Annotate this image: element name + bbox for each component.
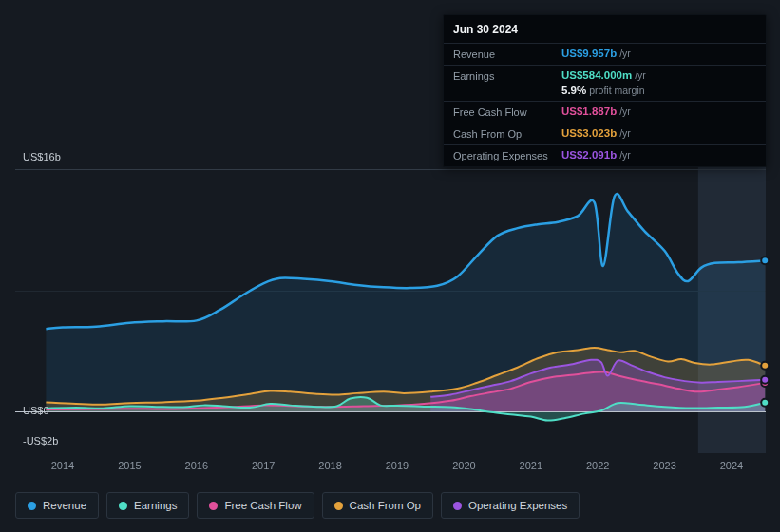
x-axis-label-2020: 2020 [443,460,485,471]
tooltip-rows: RevenueUS$9.957b/yrEarningsUS$584.000m/y… [444,43,766,166]
x-axis-label-2023: 2023 [644,460,686,471]
legend-dot-earnings [119,502,127,510]
y-axis-label--2: -US$2b [23,435,58,446]
tooltip-row-label: Cash From Op [453,127,561,140]
legend-dot-revenue [28,502,36,510]
legend-label: Cash From Op [350,500,421,511]
tooltip-row-suffix: /yr [619,105,631,117]
tooltip-row-label: Operating Expenses [453,149,561,162]
x-axis-label-2015: 2015 [108,460,150,471]
tooltip-row-suffix: /yr [619,127,631,139]
y-axis-label-0: US$0 [23,405,49,416]
profit-margin-label: profit margin [589,85,644,96]
legend-item-operating-expenses[interactable]: Operating Expenses [441,492,580,519]
y-axis-label-16: US$16b [23,151,61,162]
tooltip-row-value: US$1.887b [561,105,617,117]
x-axis-label-2017: 2017 [242,460,284,471]
legend-label: Operating Expenses [468,500,567,511]
legend-item-revenue[interactable]: Revenue [15,492,99,519]
tooltip-row-revenue: RevenueUS$9.957b/yr [444,43,766,65]
tooltip-row-value: US$3.023b [561,127,617,139]
financial-history-panel: US$16bUS$0-US$2b 20142015201620172018201… [0,0,780,532]
tooltip-row-earnings: EarningsUS$584.000m/yr5.9%profit margin [444,65,766,101]
tooltip-row-value: US$584.000m [561,69,632,81]
legend-item-earnings[interactable]: Earnings [106,492,189,519]
tooltip-row-suffix: /yr [619,149,631,161]
legend-item-free-cash-flow[interactable]: Free Cash Flow [197,492,314,519]
tooltip-row-value: US$2.091b [561,149,617,161]
x-axis-label-2019: 2019 [376,460,418,471]
tooltip-row-suffix: /yr [635,69,646,81]
legend-dot-free-cash-flow [209,502,218,510]
x-axis-label-2014: 2014 [42,460,84,471]
chart-legend: RevenueEarningsFree Cash FlowCash From O… [15,492,580,519]
tooltip-row-operating-expenses: Operating ExpensesUS$2.091b/yr [444,144,766,166]
x-axis-label-2022: 2022 [577,460,618,471]
tooltip-row-value: US$9.957b [561,48,617,59]
tooltip-row-label: Free Cash Flow [453,105,561,118]
chart-tooltip: Jun 30 2024 RevenueUS$9.957b/yrEarningsU… [443,14,767,167]
tooltip-row-cash-from-op: Cash From OpUS$3.023b/yr [444,123,766,144]
profit-margin-value: 5.9% [561,85,586,96]
x-axis-label-2021: 2021 [510,460,552,471]
legend-dot-operating-expenses [453,502,462,510]
tooltip-row-label: Revenue [453,48,561,60]
tooltip-row-free-cash-flow: Free Cash FlowUS$1.887b/yr [444,101,766,123]
x-axis-label-2016: 2016 [176,460,218,471]
legend-item-cash-from-op[interactable]: Cash From Op [322,492,433,519]
tooltip-date: Jun 30 2024 [444,15,766,43]
tooltip-row-suffix: /yr [619,48,631,59]
tooltip-row-label: Earnings [453,69,561,82]
x-axis-label-2018: 2018 [310,460,352,471]
legend-dot-cash-from-op [334,502,343,510]
x-axis-label-2024: 2024 [711,460,752,471]
legend-label: Revenue [43,500,86,511]
legend-label: Free Cash Flow [224,500,301,511]
legend-label: Earnings [134,500,177,511]
